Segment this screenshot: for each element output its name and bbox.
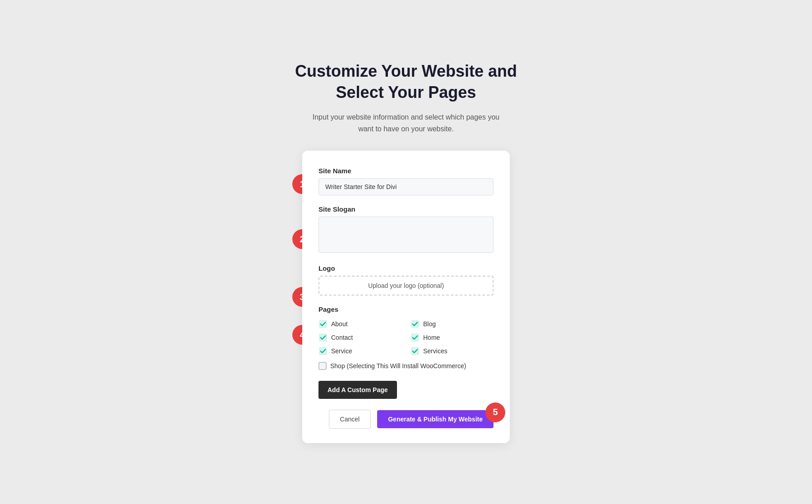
page-service-label: Service — [331, 347, 352, 355]
form-card: Site Name Site Slogan Logo Upload your l… — [302, 151, 510, 443]
pages-group: Pages About — [318, 305, 494, 371]
service-check-icon — [318, 347, 328, 356]
site-slogan-group: Site Slogan — [318, 205, 494, 254]
page-item-shop[interactable]: Shop (Selecting This Will Install WooCom… — [318, 362, 494, 371]
contact-check-icon — [318, 333, 328, 342]
page-item-about[interactable]: About — [318, 319, 401, 328]
footer-actions: Cancel Generate & Publish My Website 5 — [318, 410, 494, 429]
add-custom-page-button[interactable]: Add A Custom Page — [318, 381, 397, 399]
page-item-home[interactable]: Home — [411, 333, 494, 342]
site-slogan-input[interactable] — [318, 217, 494, 253]
publish-button[interactable]: Generate & Publish My Website — [377, 410, 494, 428]
logo-label: Logo — [318, 264, 494, 272]
page-blog-label: Blog — [423, 320, 436, 328]
home-check-icon — [411, 333, 420, 342]
logo-upload-button[interactable]: Upload your logo (optional) — [318, 276, 494, 296]
logo-group: Logo Upload your logo (optional) — [318, 264, 494, 296]
services-check-icon — [411, 347, 420, 356]
page-services-label: Services — [423, 347, 448, 355]
cancel-button[interactable]: Cancel — [329, 410, 371, 429]
page-item-service[interactable]: Service — [318, 347, 401, 356]
page-item-blog[interactable]: Blog — [411, 319, 494, 328]
page-about-label: About — [331, 320, 348, 328]
site-slogan-label: Site Slogan — [318, 205, 494, 213]
form-card-wrapper: 1 2 3 4 Site Name Site Slogan — [302, 151, 510, 443]
page-item-contact[interactable]: Contact — [318, 333, 401, 342]
site-name-input[interactable] — [318, 178, 494, 195]
page-contact-label: Contact — [331, 334, 353, 341]
site-name-group: Site Name — [318, 167, 494, 195]
page-subtitle: Input your website information and selec… — [307, 111, 505, 134]
about-check-icon — [318, 319, 328, 328]
step-5-badge: 5 — [485, 402, 505, 422]
page-wrapper: Customize Your Website and Select Your P… — [0, 43, 812, 461]
page-title: Customize Your Website and Select Your P… — [295, 61, 517, 103]
shop-checkbox[interactable] — [318, 362, 327, 370]
blog-check-icon — [411, 319, 420, 328]
pages-grid: About Blog — [318, 319, 494, 356]
pages-label: Pages — [318, 305, 494, 313]
page-home-label: Home — [423, 334, 440, 341]
page-item-services[interactable]: Services — [411, 347, 494, 356]
page-shop-label: Shop (Selecting This Will Install WooCom… — [330, 362, 466, 371]
site-name-label: Site Name — [318, 167, 494, 175]
